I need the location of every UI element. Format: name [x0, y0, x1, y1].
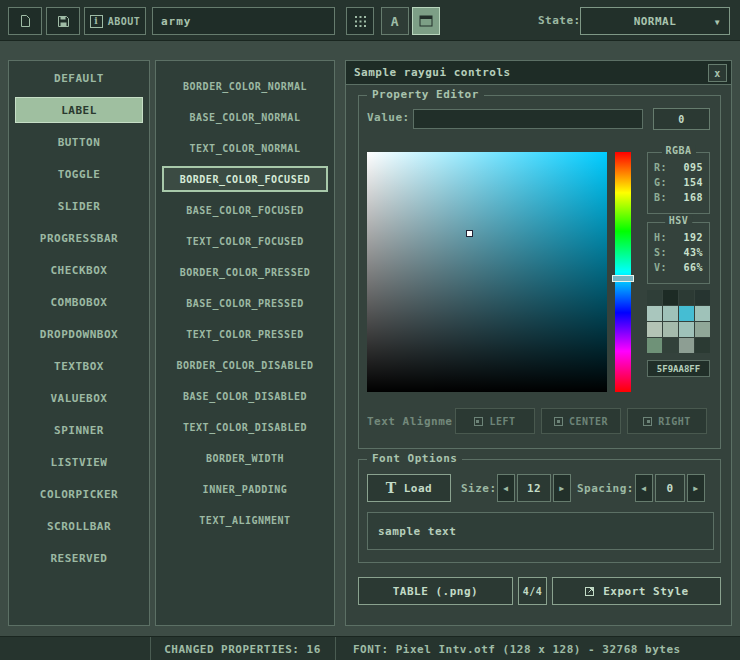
property-item-text-color-pressed[interactable]: TEXT_COLOR_PRESSED [162, 321, 328, 347]
properties-list-panel: BORDER_COLOR_NORMAL BASE_COLOR_NORMAL TE… [155, 60, 335, 626]
control-item-button[interactable]: BUTTON [15, 129, 143, 155]
hue-slider-handle[interactable] [612, 275, 634, 282]
close-button[interactable]: x [708, 64, 727, 82]
value-button[interactable]: 0 [653, 108, 710, 130]
close-icon: x [714, 68, 721, 79]
color-picker-panel[interactable] [367, 152, 607, 392]
palette-swatch[interactable] [647, 322, 662, 337]
control-item-checkbox[interactable]: CHECKBOX [15, 257, 143, 283]
property-item-border-color-focused[interactable]: BORDER_COLOR_FOCUSED [162, 166, 328, 192]
property-item-text-color-normal[interactable]: TEXT_COLOR_NORMAL [162, 135, 328, 161]
control-item-slider[interactable]: SLIDER [15, 193, 143, 219]
control-item-valuebox[interactable]: VALUEBOX [15, 385, 143, 411]
hsv-row-s: S:43% [654, 247, 703, 258]
control-item-scrollbar[interactable]: SCROLLBAR [15, 513, 143, 539]
toolbar: i ABOUT A State: NORMAL ▼ [0, 0, 740, 41]
window-titlebar[interactable]: Sample raygui controls [346, 61, 731, 85]
save-style-button[interactable] [46, 7, 80, 35]
color-picker-cursor[interactable] [466, 230, 473, 237]
palette-swatch[interactable] [679, 290, 694, 305]
palette-swatch[interactable] [679, 322, 694, 337]
property-item-base-color-focused[interactable]: BASE_COLOR_FOCUSED [162, 197, 328, 223]
pages-value-box[interactable]: 4/4 [518, 577, 547, 605]
control-item-textbox[interactable]: TEXTBOX [15, 353, 143, 379]
status-divider [335, 637, 336, 660]
style-palette [647, 290, 710, 353]
size-label: Size: [461, 474, 497, 502]
palette-swatch[interactable] [695, 338, 710, 353]
rgba-group: RGBA R:095 G:154 B:168 [647, 152, 710, 214]
spacing-decrement-button[interactable]: ◀ [635, 474, 653, 502]
grid-view-button[interactable] [346, 7, 374, 35]
control-item-default[interactable]: DEFAULT [15, 65, 143, 91]
spacing-value-box[interactable]: 0 [655, 474, 685, 502]
control-item-spinner[interactable]: SPINNER [15, 417, 143, 443]
export-style-button[interactable]: Export Style [552, 577, 721, 605]
letter-a-icon: A [391, 14, 399, 29]
property-item-text-alignment[interactable]: TEXT_ALIGNMENT [162, 507, 328, 533]
hex-value-box[interactable]: 5F9AA8FF [647, 360, 710, 377]
sample-text-box[interactable]: sample text [367, 512, 714, 550]
control-item-label[interactable]: LABEL [15, 97, 143, 123]
rguistyler-app: i ABOUT A State: NORMAL ▼ DEFAULT LABEL … [0, 0, 740, 660]
palette-swatch[interactable] [679, 306, 694, 321]
control-item-combobox[interactable]: COMBOBOX [15, 289, 143, 315]
chevron-left-icon: ◀ [641, 484, 646, 493]
property-item-border-color-disabled[interactable]: BORDER_COLOR_DISABLED [162, 352, 328, 378]
property-item-base-color-pressed[interactable]: BASE_COLOR_PRESSED [162, 290, 328, 316]
property-item-inner-padding[interactable]: INNER_PADDING [162, 476, 328, 502]
value-input[interactable] [413, 109, 643, 129]
about-button[interactable]: i ABOUT [84, 7, 146, 35]
chevron-left-icon: ◀ [503, 484, 508, 493]
palette-swatch[interactable] [647, 306, 662, 321]
export-table-button[interactable]: TABLE (.png) [358, 577, 513, 605]
font-view-button[interactable]: A [381, 7, 409, 35]
palette-swatch[interactable] [663, 306, 678, 321]
export-style-label: Export Style [603, 585, 688, 598]
palette-swatch[interactable] [647, 338, 662, 353]
hue-bar[interactable] [615, 152, 631, 392]
chevron-right-icon: ▶ [693, 484, 698, 493]
style-name-input[interactable] [152, 7, 335, 35]
size-decrement-button[interactable]: ◀ [497, 474, 515, 502]
palette-swatch[interactable] [663, 290, 678, 305]
control-item-progressbar[interactable]: PROGRESSBAR [15, 225, 143, 251]
control-item-dropdownbox[interactable]: DROPDOWNBOX [15, 321, 143, 347]
property-item-text-color-focused[interactable]: TEXT_COLOR_FOCUSED [162, 228, 328, 254]
state-label: State: [538, 0, 581, 41]
control-item-colorpicker[interactable]: COLORPICKER [15, 481, 143, 507]
palette-swatch[interactable] [695, 322, 710, 337]
property-editor-group: Property Editor Value: 0 RGBA R:095 G:15… [358, 95, 721, 449]
control-item-toggle[interactable]: TOGGLE [15, 161, 143, 187]
palette-swatch[interactable] [679, 338, 694, 353]
spacing-increment-button[interactable]: ▶ [687, 474, 705, 502]
property-item-base-color-disabled[interactable]: BASE_COLOR_DISABLED [162, 383, 328, 409]
size-increment-button[interactable]: ▶ [553, 474, 571, 502]
control-item-listview[interactable]: LISTVIEW [15, 449, 143, 475]
window-view-button[interactable] [412, 7, 440, 35]
state-dropdown[interactable]: NORMAL ▼ [580, 7, 730, 35]
property-item-text-color-disabled[interactable]: TEXT_COLOR_DISABLED [162, 414, 328, 440]
changed-properties-status: CHANGED PROPERTIES: 16 [150, 637, 335, 660]
new-file-button[interactable] [8, 7, 42, 35]
palette-swatch[interactable] [695, 306, 710, 321]
palette-swatch[interactable] [663, 322, 678, 337]
control-item-reserved[interactable]: RESERVED [15, 545, 143, 571]
property-item-base-color-normal[interactable]: BASE_COLOR_NORMAL [162, 104, 328, 130]
about-button-label: ABOUT [108, 16, 141, 27]
property-item-border-color-normal[interactable]: BORDER_COLOR_NORMAL [162, 73, 328, 99]
size-value-box[interactable]: 12 [517, 474, 551, 502]
align-center-button[interactable]: CENTER [541, 408, 621, 434]
font-options-group: Font Options T Load Size: ◀ 12 ▶ Spacing… [358, 459, 721, 563]
align-left-button[interactable]: LEFT [455, 408, 535, 434]
palette-swatch[interactable] [647, 290, 662, 305]
align-right-button[interactable]: RIGHT [627, 408, 707, 434]
property-item-border-width[interactable]: BORDER_WIDTH [162, 445, 328, 471]
load-font-button[interactable]: T Load [367, 474, 451, 502]
palette-swatch[interactable] [695, 290, 710, 305]
property-item-border-color-pressed[interactable]: BORDER_COLOR_PRESSED [162, 259, 328, 285]
chevron-right-icon: ▶ [559, 484, 564, 493]
palette-swatch[interactable] [663, 338, 678, 353]
state-dropdown-value: NORMAL [634, 15, 677, 28]
text-glyph-icon: T [386, 480, 397, 496]
